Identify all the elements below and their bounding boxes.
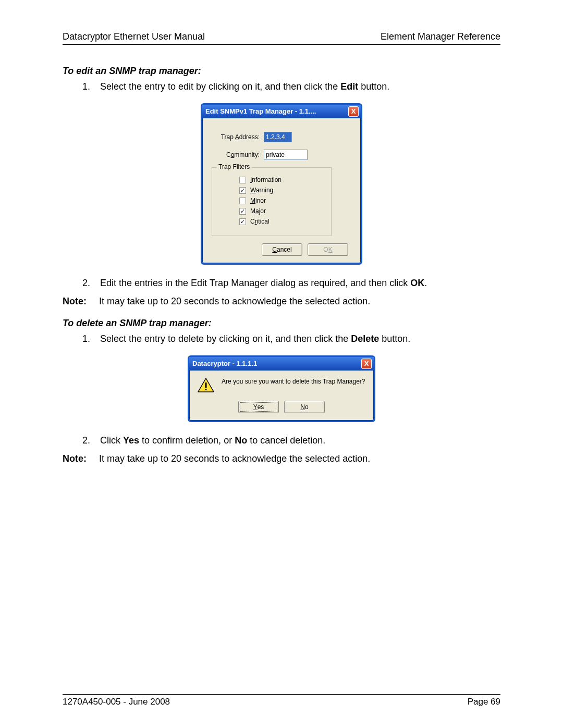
yes-button[interactable]: Yes	[238, 401, 279, 413]
close-icon[interactable]: X	[361, 359, 372, 369]
list-number: 2.	[82, 434, 92, 448]
community-input[interactable]: private	[264, 150, 308, 160]
dialog-titlebar[interactable]: Datacryptor - 1.1.1.1 X	[189, 357, 374, 371]
svg-rect-1	[205, 382, 207, 388]
filter-major-label: Major	[250, 207, 266, 215]
step-text: Click Yes to confirm deletion, or No to …	[100, 434, 325, 448]
section-edit-heading: To edit an SNMP trap manager:	[63, 66, 500, 77]
filter-critical-checkbox[interactable]: ✓	[239, 218, 246, 225]
svg-rect-2	[205, 389, 207, 390]
step-text: Edit the entries in the Edit Trap Manage…	[100, 276, 427, 290]
note-label: Note:	[63, 452, 92, 466]
filter-information-checkbox[interactable]	[239, 177, 246, 183]
step-text: Select the entry to delete by clicking o…	[100, 332, 410, 346]
ok-button[interactable]: OK	[308, 243, 348, 256]
trap-address-label: Trap Address:	[212, 133, 260, 141]
close-icon[interactable]: X	[348, 106, 359, 117]
dialog-title: Datacryptor - 1.1.1.1	[192, 360, 257, 367]
page-header: Datacryptor Ethernet User Manual Element…	[63, 31, 500, 45]
filter-minor-label: Minor	[250, 197, 266, 204]
page-footer: 1270A450-005 - June 2008 Page 69	[63, 694, 500, 707]
edit-trap-manager-dialog: Edit SNMPv1 Trap Manager - 1.1.... X Tra…	[201, 103, 362, 265]
list-number: 1.	[82, 80, 92, 94]
no-button[interactable]: No	[284, 401, 325, 413]
cancel-button[interactable]: Cancel	[262, 243, 302, 256]
dialog-titlebar[interactable]: Edit SNMPv1 Trap Manager - 1.1.... X	[202, 105, 361, 118]
header-left: Datacryptor Ethernet User Manual	[63, 31, 205, 42]
step-text: Select the entry to edit by clicking on …	[100, 80, 389, 94]
footer-left: 1270A450-005 - June 2008	[63, 697, 170, 707]
list-number: 1.	[82, 332, 92, 346]
community-label: Community:	[212, 151, 260, 158]
header-right: Element Manager Reference	[381, 31, 500, 42]
dialog-title: Edit SNMPv1 Trap Manager - 1.1....	[205, 107, 316, 115]
note-text: It may take up to 20 seconds to acknowle…	[99, 452, 370, 466]
note-label: Note:	[63, 294, 92, 309]
list-number: 2.	[82, 276, 92, 290]
filter-minor-checkbox[interactable]	[239, 198, 246, 204]
filter-critical-label: Critical	[250, 218, 270, 225]
footer-right: Page 69	[468, 697, 500, 707]
section-delete-heading: To delete an SNMP trap manager:	[63, 318, 500, 329]
trap-filters-group: Trap Filters Information ✓ Warning Minor…	[212, 167, 332, 236]
filter-warning-checkbox[interactable]: ✓	[239, 187, 246, 194]
confirm-message: Are you sure you want to delete this Tra…	[222, 378, 365, 385]
trap-filters-legend: Trap Filters	[216, 163, 252, 170]
filter-warning-label: Warning	[250, 187, 273, 194]
filter-information-label: Information	[250, 176, 282, 183]
note-text: It may take up to 20 seconds to acknowle…	[99, 294, 370, 309]
trap-address-input[interactable]: 1.2.3.4	[264, 132, 292, 142]
filter-major-checkbox[interactable]: ✓	[239, 208, 246, 215]
warning-icon	[198, 378, 214, 392]
delete-confirm-dialog: Datacryptor - 1.1.1.1 X Are you sure you…	[188, 355, 375, 422]
